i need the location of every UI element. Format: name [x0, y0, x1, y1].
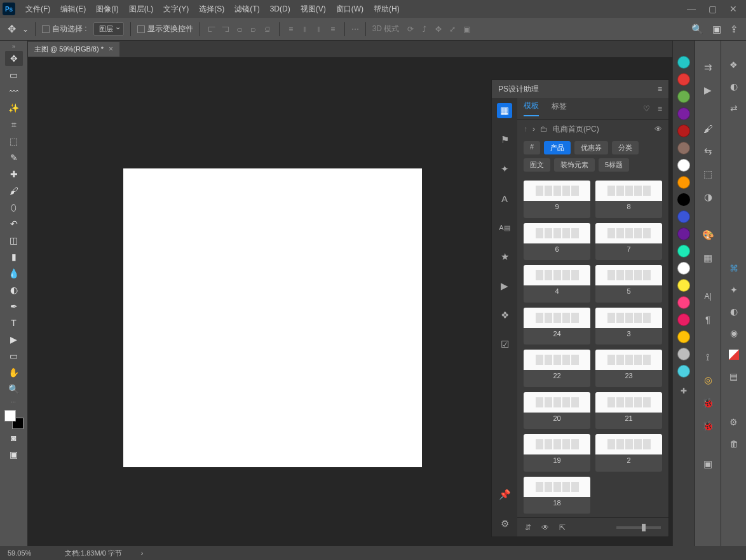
export-icon[interactable]: ⇱ [559, 523, 566, 532]
link-icon[interactable]: ⌘ [729, 263, 738, 273]
template-item[interactable]: 9 [524, 181, 590, 218]
distribute-icon[interactable]: ≡ [286, 25, 296, 34]
align-vcenter-icon[interactable]: ⫎ [220, 25, 231, 34]
history-brush-tool[interactable]: ↶ [5, 216, 23, 231]
color-swatch[interactable] [677, 125, 690, 137]
template-item[interactable]: 4 [524, 265, 590, 303]
sort-icon[interactable]: ⇵ [525, 523, 531, 532]
frame-tool[interactable]: ⬚ [5, 133, 23, 149]
show-transform-checkbox[interactable]: 显示变换控件 [137, 24, 193, 34]
eye-icon[interactable]: 👁 [541, 523, 549, 532]
path-select-tool[interactable]: ▶ [5, 332, 23, 347]
play-icon[interactable]: ▶ [700, 83, 715, 98]
tool-preset-dropdown-icon[interactable]: ⌄ [22, 25, 29, 34]
search-icon[interactable]: 🔍 [691, 24, 703, 35]
3d-roll-icon[interactable]: ⤴ [419, 25, 430, 34]
close-icon[interactable]: × [109, 44, 113, 53]
3d-cam-icon[interactable]: ▣ [461, 25, 471, 34]
layers-icon[interactable]: ❖ [729, 60, 738, 70]
brush-icon[interactable]: 🖌 [700, 121, 715, 136]
text-icon[interactable]: A [497, 191, 512, 206]
menu-layer[interactable]: 图层(L) [124, 4, 159, 15]
zoom-tool[interactable]: 🔍 [5, 381, 23, 397]
blur-tool[interactable]: 💧 [5, 266, 23, 281]
menu-icon[interactable]: ≡ [658, 104, 662, 113]
align-top-icon[interactable]: ⫍ [207, 25, 217, 34]
box-icon[interactable]: ▣ [700, 456, 715, 472]
dock-icon[interactable]: ▣ [712, 24, 721, 35]
pin-icon[interactable]: 📌 [497, 487, 512, 502]
color-swatch[interactable] [677, 210, 690, 223]
target-icon[interactable]: ◎ [700, 372, 715, 388]
menu-file[interactable]: 文件(F) [20, 4, 55, 15]
color-swatch[interactable] [4, 410, 24, 429]
group-icon[interactable] [729, 350, 739, 360]
eraser-tool[interactable]: ◫ [5, 233, 23, 248]
paths-icon[interactable]: ⇄ [730, 103, 738, 113]
gear-icon[interactable]: ⚙ [497, 516, 512, 531]
template-grid[interactable]: 9867452432223202119218 [517, 177, 668, 517]
dodge-tool[interactable]: ◐ [5, 282, 23, 297]
up-icon[interactable]: ↑ [524, 125, 527, 133]
check-icon[interactable]: ☑ [497, 337, 512, 352]
menu-help[interactable]: 帮助(H) [369, 4, 405, 15]
color-swatch[interactable] [677, 245, 690, 257]
menu-filter[interactable]: 滤镜(T) [229, 4, 264, 15]
quickmask-tool[interactable]: ◙ [5, 430, 23, 446]
visibility-icon[interactable]: 👁 [654, 125, 662, 133]
hairpin-icon[interactable]: ⟟ [700, 350, 715, 365]
lasso-tool[interactable]: 〰 [5, 84, 23, 99]
template-item[interactable]: 19 [524, 434, 590, 472]
color-swatch[interactable] [677, 56, 690, 69]
color-swatch[interactable] [677, 365, 690, 378]
color-swatch[interactable] [677, 159, 690, 172]
color-swatch[interactable] [677, 313, 690, 326]
crop-tool[interactable]: ⌗ [5, 117, 23, 132]
breadcrumb-label[interactable]: 电商首页(PC) [553, 124, 599, 135]
hand-tool[interactable]: ✋ [5, 365, 23, 380]
color-swatch[interactable] [677, 176, 690, 189]
assets-icon[interactable]: ⚑ [497, 132, 512, 147]
template-item[interactable]: 2 [595, 434, 662, 472]
newfill-icon[interactable]: ◉ [730, 328, 738, 338]
type-tool[interactable]: T [5, 315, 23, 331]
menu-3d[interactable]: 3D(D) [265, 4, 295, 13]
color-swatch[interactable] [677, 90, 690, 103]
brush-tool[interactable]: 🖌 [5, 183, 23, 198]
tag-decoration[interactable]: 装饰元素 [554, 158, 595, 172]
favorites-icon[interactable]: ★ [497, 249, 512, 264]
color-swatch[interactable] [677, 279, 690, 292]
puzzle-icon[interactable]: ✦ [497, 161, 512, 177]
halfcircle-icon[interactable]: ◑ [700, 189, 715, 205]
template-item[interactable]: 18 [524, 477, 590, 514]
more-icon[interactable]: ⋯ [351, 25, 359, 34]
color-swatch[interactable] [677, 228, 690, 240]
templates-icon[interactable]: ▦ [497, 103, 512, 118]
template-item[interactable]: 3 [595, 308, 662, 345]
menu-icon[interactable]: ≡ [658, 85, 662, 93]
chevron-right-icon[interactable]: › [141, 549, 144, 557]
align-bottom-icon[interactable]: ⫏ [234, 25, 245, 34]
3d-orbit-icon[interactable]: ⟳ [405, 25, 416, 34]
menu-text[interactable]: 文字(Y) [158, 4, 194, 15]
ladybug-icon[interactable]: 🐞 [700, 418, 715, 434]
template-item[interactable]: 8 [595, 181, 662, 218]
layers-icon[interactable]: ❖ [497, 308, 512, 323]
align-left-icon[interactable]: ⫐ [248, 25, 259, 34]
add-swatch-icon[interactable]: ✚ [677, 385, 690, 397]
eyedropper-tool[interactable]: ✎ [5, 150, 23, 165]
menu-image[interactable]: 图像(I) [91, 4, 123, 15]
menu-select[interactable]: 选择(S) [194, 4, 229, 15]
template-item[interactable]: 6 [524, 223, 590, 261]
gear-icon[interactable]: ⚙ [729, 417, 738, 427]
3d-slide-icon[interactable]: ⤢ [447, 25, 458, 34]
template-item[interactable]: 23 [595, 350, 662, 387]
document-tab[interactable]: 主图 @ 59%(RGB/8) * × [28, 42, 119, 57]
magic-wand-tool[interactable]: ✨ [5, 100, 23, 116]
tab-tags[interactable]: 标签 [552, 101, 567, 116]
filter-icon[interactable]: ♡ [643, 104, 650, 113]
gradient-tool[interactable]: ▮ [5, 249, 23, 264]
grid-icon[interactable]: ▦ [700, 250, 715, 266]
char-icon[interactable]: A| [700, 289, 715, 304]
screenmode-tool[interactable]: ▣ [5, 447, 23, 462]
